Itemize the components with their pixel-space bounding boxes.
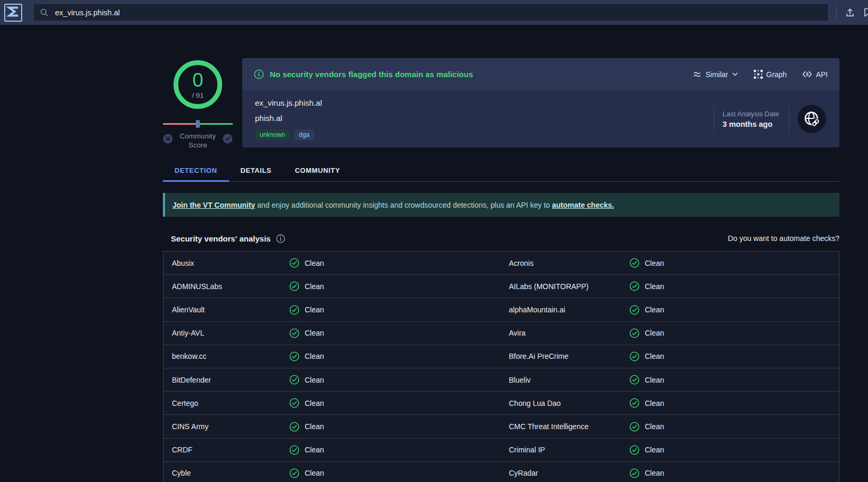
clean-check-icon xyxy=(629,398,639,408)
tab-community[interactable]: COMMUNITY xyxy=(283,160,352,181)
table-row: Cyble Clean CyRadar Clean xyxy=(163,461,839,482)
vendor-name-left: CRDF xyxy=(163,446,289,454)
join-community-link[interactable]: Join the VT Community xyxy=(172,201,255,209)
status-label: Clean xyxy=(305,446,324,454)
vendor-status-left: Clean xyxy=(289,445,509,455)
vendor-name-right: Avira xyxy=(509,329,629,337)
vendor-name-right: Acronis xyxy=(509,259,629,267)
clean-check-icon xyxy=(629,422,639,432)
status-label: Clean xyxy=(305,259,324,267)
vertical-divider xyxy=(789,105,789,133)
vendors-analysis-title: Security vendors' analysis xyxy=(171,234,271,243)
total-engines: / 91 xyxy=(192,91,204,99)
automate-checks-link[interactable]: automate checks. xyxy=(552,201,614,209)
status-label: Clean xyxy=(645,259,664,267)
vendor-name-right: Bfore.Ai PreCrime xyxy=(509,352,629,360)
tab-detection-label: DETECTION xyxy=(175,166,217,174)
vendor-name-left: AlienVault xyxy=(163,305,289,314)
vendor-name-left: benkow.cc xyxy=(163,352,289,360)
tab-details[interactable]: DETAILS xyxy=(229,160,284,181)
globe-link-badge[interactable] xyxy=(798,105,826,133)
clean-check-icon xyxy=(289,422,299,432)
status-label: Clean xyxy=(645,422,664,431)
detection-score-widget: 0 / 91 Community Score xyxy=(163,58,233,150)
tab-community-label: COMMUNITY xyxy=(295,166,340,174)
info-icon xyxy=(254,69,264,79)
automate-checks-prompt: Do you want to automate checks? xyxy=(728,234,839,243)
graph-button[interactable]: Graph xyxy=(754,70,787,79)
clean-check-icon xyxy=(629,281,639,291)
status-label: Clean xyxy=(305,376,324,384)
vendor-status-right: Clean xyxy=(629,305,839,315)
slider-handle xyxy=(196,120,200,128)
status-label: Clean xyxy=(645,399,664,407)
tab-detection[interactable]: DETECTION xyxy=(163,160,229,181)
status-label: Clean xyxy=(305,422,324,431)
table-row: Antiy-AVL Clean Avira Cle xyxy=(163,321,839,345)
vendor-status-left: Clean xyxy=(289,422,509,432)
clean-check-icon xyxy=(289,398,299,408)
clean-check-icon xyxy=(629,445,639,455)
topbar xyxy=(0,0,868,25)
graph-icon xyxy=(754,70,763,79)
clean-check-icon xyxy=(289,328,299,338)
status-label: Clean xyxy=(305,305,324,314)
vendor-status-left: Clean xyxy=(289,398,509,408)
api-icon xyxy=(802,70,812,78)
virustotal-logo[interactable] xyxy=(4,4,22,22)
clean-check-icon xyxy=(289,281,299,291)
slider-negative-segment xyxy=(163,123,197,125)
table-row: BitDefender Clean Blueliv xyxy=(163,368,839,391)
tag-dga[interactable]: dga xyxy=(294,129,314,140)
clean-check-icon xyxy=(629,305,639,315)
vendor-status-left: Clean xyxy=(289,375,509,385)
join-banner-text: and enjoy additional community insights … xyxy=(255,201,552,209)
status-label: Clean xyxy=(645,329,664,337)
similar-button[interactable]: Similar xyxy=(693,70,738,79)
vendor-status-left: Clean xyxy=(289,351,509,362)
tabs-bar: DETECTION DETAILS COMMUNITY xyxy=(163,160,839,182)
clean-check-icon xyxy=(629,468,639,478)
api-button[interactable]: API xyxy=(802,70,828,79)
vendor-status-right: Clean xyxy=(629,398,839,408)
vendor-name-right: Chong Lua Dao xyxy=(509,399,629,407)
domain-info: ex_virus.js.phish.al phish.al unknown dg… xyxy=(242,90,839,147)
status-label: Clean xyxy=(645,352,664,360)
vendor-name-right: alphaMountain.ai xyxy=(509,305,629,314)
main-content: 0 / 91 Community Score xyxy=(0,25,868,482)
analysis-header-card: No security vendors flagged this domain … xyxy=(242,58,839,147)
table-row: CINS Army Clean CMC Threat Intelligence xyxy=(163,414,839,438)
virustotal-logo-icon xyxy=(7,5,20,20)
vendor-name-left: Antiy-AVL xyxy=(163,329,289,337)
status-label: Clean xyxy=(305,329,324,337)
vendor-status-left: Clean xyxy=(289,305,509,315)
search-input[interactable] xyxy=(55,8,821,17)
status-label: Clean xyxy=(645,446,664,454)
join-community-banner: Join the VT Community and enjoy addition… xyxy=(163,193,839,217)
vendor-status-left: Clean xyxy=(289,328,509,338)
community-score-slider xyxy=(163,120,233,128)
status-label: Clean xyxy=(645,305,664,314)
last-analysis-block: Last Analysis Date 3 months ago xyxy=(714,90,839,147)
status-label: Clean xyxy=(305,399,324,407)
similar-label: Similar xyxy=(706,70,728,79)
clean-check-icon xyxy=(289,305,299,315)
vendor-status-right: Clean xyxy=(629,328,839,338)
last-analysis-label: Last Analysis Date xyxy=(723,110,779,118)
upload-icon[interactable] xyxy=(845,7,855,18)
clean-check-icon xyxy=(289,351,299,362)
graph-label: Graph xyxy=(766,70,787,79)
vendor-name-right: CyRadar xyxy=(509,469,629,477)
verdict-text: No security vendors flagged this domain … xyxy=(270,70,473,79)
tag-unknown[interactable]: unknown xyxy=(255,129,290,140)
info-icon[interactable] xyxy=(276,234,285,243)
tab-details-label: DETAILS xyxy=(241,166,272,174)
table-row: CRDF Clean Criminal IP Cl xyxy=(163,438,839,461)
clean-check-icon xyxy=(629,258,639,268)
flag-icon[interactable] xyxy=(863,7,868,17)
vendor-status-right: Clean xyxy=(629,422,839,432)
vendor-status-left: Clean xyxy=(289,468,509,478)
clean-check-icon xyxy=(289,468,299,478)
vendor-name-left: CINS Army xyxy=(163,422,289,431)
base-domain-link[interactable]: phish.al xyxy=(255,114,282,123)
